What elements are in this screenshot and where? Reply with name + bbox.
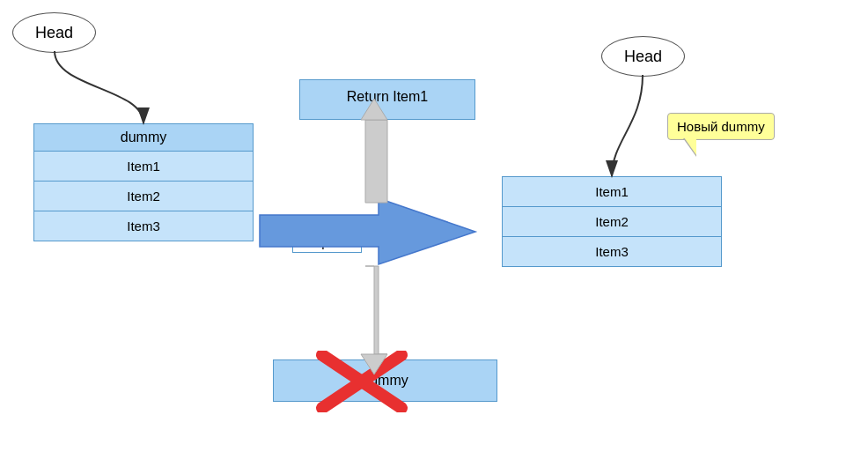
left-queue: dummy Item1 Item2 Item3 xyxy=(33,123,254,241)
left-queue-item-2: Item2 xyxy=(34,182,253,211)
right-queue-item-3: Item3 xyxy=(503,237,721,266)
left-queue-item-3: Item3 xyxy=(34,211,253,241)
right-head-label: Head xyxy=(601,36,685,77)
left-queue-header: dummy xyxy=(34,124,253,152)
dequeue-label: Dequeue xyxy=(292,231,362,253)
svg-marker-7 xyxy=(365,266,387,354)
right-queue-item-1: Item1 xyxy=(503,177,721,207)
right-queue: Item1 Item2 Item3 xyxy=(502,176,722,267)
left-head-label: Head xyxy=(12,12,96,53)
right-queue-item-2: Item2 xyxy=(503,207,721,237)
svg-marker-5 xyxy=(365,120,387,203)
return-item-box: Return Item1 xyxy=(299,79,475,120)
left-queue-item-1: Item1 xyxy=(34,152,253,182)
red-x-icon xyxy=(313,351,410,412)
callout-bubble: Новый dummy xyxy=(667,113,775,140)
